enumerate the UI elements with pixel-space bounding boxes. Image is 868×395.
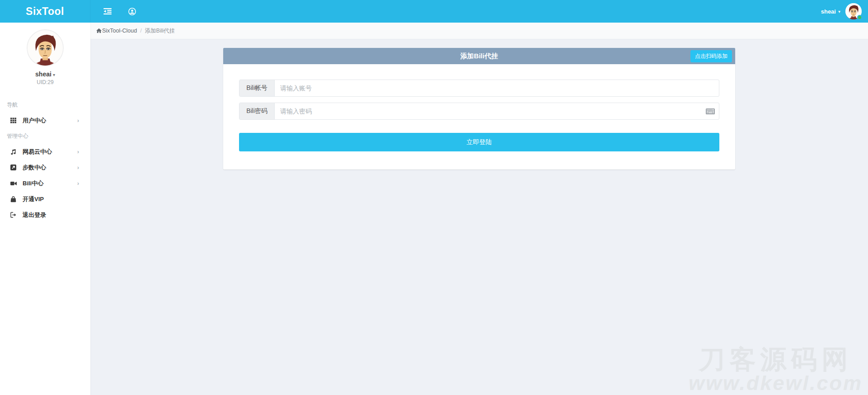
caret-down-icon: ▾ <box>838 9 840 14</box>
chevron-right-icon: › <box>77 180 79 187</box>
sidebar-item-label: Bili中心 <box>23 179 43 188</box>
chevron-right-icon: › <box>77 117 79 124</box>
top-navbar: SixTool sheai ▾ <box>0 0 868 23</box>
bili-account-label: Bili帐号 <box>239 80 275 96</box>
bili-password-group: Bili密码 <box>239 103 719 120</box>
online-status-dot <box>857 15 862 20</box>
sidebar-item-label: 网易云中心 <box>23 148 52 156</box>
navbar-user-dropdown[interactable]: sheai ▾ <box>821 8 840 15</box>
sidebar-toggle-button[interactable] <box>101 5 114 18</box>
keyboard-icon[interactable] <box>706 103 719 119</box>
bili-account-group: Bili帐号 <box>239 80 719 97</box>
sidebar-item-user-center[interactable]: 用户中心 › <box>0 113 90 128</box>
video-camera-icon <box>10 181 23 186</box>
chevron-right-icon: › <box>77 164 79 171</box>
home-icon <box>96 28 102 33</box>
breadcrumb-separator: / <box>140 28 141 34</box>
sidebar: sheai▾ UID:29 导航 用户中心 › 管理中心 网易云中心 <box>0 23 90 395</box>
bili-password-label: Bili密码 <box>239 103 275 119</box>
panel-title: 添加Bili代挂 <box>460 52 498 61</box>
chevron-right-icon: › <box>77 148 79 155</box>
music-note-icon <box>10 149 23 155</box>
sidebar-item-bili-center[interactable]: Bili中心 › <box>0 175 90 191</box>
nav-section-label: 管理中心 <box>0 128 90 144</box>
bili-account-input[interactable] <box>275 80 719 96</box>
sidebar-nav: 导航 用户中心 › 管理中心 网易云中心 › <box>0 97 90 223</box>
bili-password-input[interactable] <box>275 103 706 119</box>
sidebar-uid: UID:29 <box>0 79 90 85</box>
watermark-line2: www.dkewl.com <box>689 373 863 394</box>
add-bili-panel: 添加Bili代挂 点击扫码添加 Bili帐号 Bili密码 <box>223 48 735 169</box>
sidebar-item-vip[interactable]: 开通VIP <box>0 191 90 207</box>
sidebar-item-label: 步数中心 <box>23 164 46 172</box>
breadcrumb-root-link[interactable]: SixTool-Cloud <box>102 28 137 34</box>
login-now-button[interactable]: 立即登陆 <box>239 133 719 151</box>
scan-qr-add-button[interactable]: 点击扫码添加 <box>690 50 732 62</box>
breadcrumb: SixTool-Cloud / 添加Bili代挂 <box>90 23 868 39</box>
grid-icon <box>10 118 23 123</box>
external-link-square-icon <box>10 165 23 170</box>
navbar-username: sheai <box>821 8 836 15</box>
main-content: 添加Bili代挂 点击扫码添加 Bili帐号 Bili密码 <box>90 39 868 395</box>
avatar-image <box>27 29 64 66</box>
app-logo[interactable]: SixTool <box>0 0 90 23</box>
user-menu-button[interactable] <box>126 5 138 18</box>
watermark: 刀客源码网 www.dkewl.com <box>689 346 863 394</box>
panel-header: 添加Bili代挂 点击扫码添加 <box>223 48 735 64</box>
sidebar-user-dropdown[interactable]: sheai▾ <box>0 71 90 78</box>
breadcrumb-current: 添加Bili代挂 <box>145 27 175 35</box>
user-circle-icon <box>128 8 136 15</box>
navbar-avatar[interactable] <box>845 3 862 19</box>
sidebar-username: sheai <box>35 71 52 78</box>
sign-out-icon <box>10 212 23 218</box>
sidebar-avatar[interactable] <box>0 29 90 66</box>
sidebar-item-label: 开通VIP <box>23 195 44 203</box>
sidebar-item-netease-center[interactable]: 网易云中心 › <box>0 144 90 160</box>
shopping-bag-icon <box>10 196 23 202</box>
sidebar-item-label: 用户中心 <box>23 117 46 125</box>
sidebar-item-label: 退出登录 <box>23 211 46 219</box>
nav-section-label: 导航 <box>0 97 90 113</box>
caret-down-icon: ▾ <box>53 72 55 77</box>
outdent-menu-icon <box>103 8 112 14</box>
watermark-line1: 刀客源码网 <box>689 346 863 373</box>
panel-body: Bili帐号 Bili密码 立即登陆 <box>223 64 735 169</box>
sidebar-item-logout[interactable]: 退出登录 <box>0 207 90 223</box>
sidebar-item-steps-center[interactable]: 步数中心 › <box>0 160 90 175</box>
